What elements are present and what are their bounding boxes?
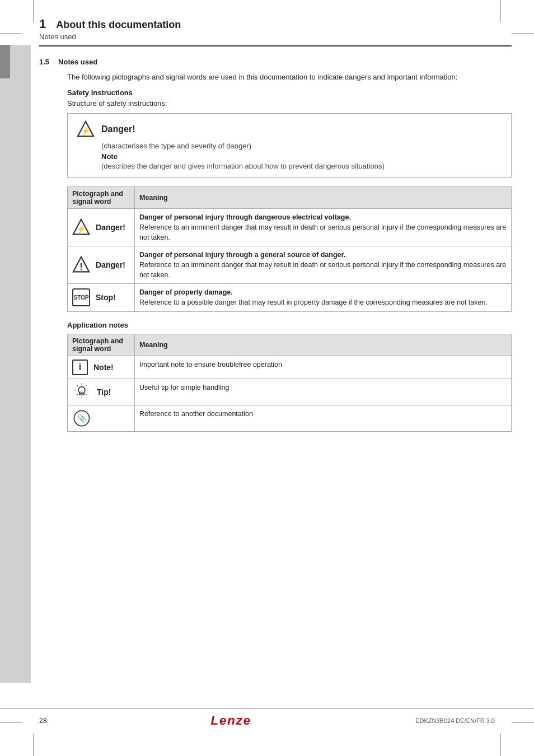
danger-box-note-desc: (describes the danger and gives informat… xyxy=(101,162,502,170)
chapter-header-block: 1 About this documentation Notes used xyxy=(39,17,181,41)
meaning-cell: Danger of personal injury through a gene… xyxy=(135,246,512,283)
ref-icon: 📎 xyxy=(72,409,91,428)
danger-label-text: Danger! xyxy=(96,223,125,232)
meaning-bold: Danger of personal injury through danger… xyxy=(139,213,351,221)
corner-mark-br-v xyxy=(500,734,500,756)
svg-line-15 xyxy=(77,394,78,394)
safety-table: Pictograph and signal word Meaning ⚡ Dan… xyxy=(67,186,512,312)
meaning-bold: Danger of personal injury through a gene… xyxy=(139,251,345,259)
tip-label-text: Tip! xyxy=(97,388,111,396)
table-row: STOP Stop! Danger of property damage.Ref… xyxy=(68,284,512,311)
table-row: ⚡ Danger! Danger of personal injury thro… xyxy=(68,208,512,246)
section-number: 1.5 xyxy=(39,58,49,66)
triangle-electric-icon: ⚡ xyxy=(72,218,90,236)
table-row: 📎 Reference to another documentation xyxy=(68,405,512,431)
danger-box-desc: (characterises the type and severity of … xyxy=(101,142,502,150)
svg-line-13 xyxy=(86,394,86,394)
app-meaning-text: Important note to ensure troublefree ope… xyxy=(139,361,282,368)
app-icon-cell: Tip! xyxy=(68,379,135,405)
chapter-title: About this documentation xyxy=(56,19,181,31)
table-row: i Note! Important note to ensure trouble… xyxy=(68,356,512,379)
danger-box-note-label: Note xyxy=(101,152,502,161)
table-row: ! Danger! Danger of personal injury thro… xyxy=(68,246,512,283)
app-meaning-cell: Important note to ensure troublefree ope… xyxy=(135,356,512,379)
app-notes-col1: Pictograph and signal word xyxy=(68,334,135,356)
svg-text:⚡: ⚡ xyxy=(76,224,86,234)
app-notes-table: Pictograph and signal word Meaning i Not… xyxy=(67,334,512,432)
app-meaning-cell: Reference to another documentation xyxy=(135,405,512,431)
svg-line-14 xyxy=(86,385,86,386)
left-sidebar-accent xyxy=(0,45,10,78)
corner-mark-tl-h xyxy=(0,34,22,34)
corner-mark-tl-v xyxy=(34,0,34,22)
danger-box-row1: ⚡ Danger! xyxy=(77,120,502,138)
meaning-bold: Danger of property damage. xyxy=(139,288,233,296)
section-header: 1.5 Notes used xyxy=(39,58,512,66)
meaning-cell: Danger of personal injury through danger… xyxy=(135,208,512,246)
svg-point-6 xyxy=(78,386,85,393)
corner-mark-bl-v xyxy=(34,734,34,756)
corner-mark-tr-h xyxy=(512,34,534,34)
danger-box-label: Danger! xyxy=(101,124,135,134)
svg-rect-7 xyxy=(79,393,85,394)
stop-label-text: Stop! xyxy=(96,293,116,302)
footer-page: 28 xyxy=(39,717,46,725)
tip-icon xyxy=(72,382,91,402)
chapter-header: 1 About this documentation Notes used xyxy=(39,17,512,46)
safety-table-col1: Pictograph and signal word xyxy=(68,186,135,208)
left-sidebar xyxy=(0,45,31,683)
footer-doc: EDKZN3B024 DE/EN/FR 3.0 xyxy=(415,717,495,724)
danger-example-box: ⚡ Danger! (characterises the type and se… xyxy=(67,113,512,178)
intro-text: The following pictographs and signal wor… xyxy=(67,72,512,83)
note-label-text: Note! xyxy=(93,363,114,372)
section-content: The following pictographs and signal wor… xyxy=(39,72,512,432)
safety-table-col2: Meaning xyxy=(135,186,512,208)
icon-cell: ⚡ Danger! xyxy=(68,208,135,246)
svg-text:!: ! xyxy=(79,262,82,272)
app-notes-col2: Meaning xyxy=(135,334,512,356)
footer-logo: Lenze xyxy=(211,713,251,728)
corner-mark-tr-v xyxy=(500,0,500,22)
danger-general-label-text: Danger! xyxy=(96,260,125,269)
table-row: Tip! Useful tip for simple handling xyxy=(68,379,512,405)
icon-cell: STOP Stop! xyxy=(68,284,135,311)
danger-triangle-electric-icon: ⚡ xyxy=(77,120,95,138)
app-meaning-text: Useful tip for simple handling xyxy=(139,384,229,391)
app-notes-title: Application notes xyxy=(67,321,512,329)
app-meaning-cell: Useful tip for simple handling xyxy=(135,379,512,405)
main-content: 1 About this documentation Notes used 1.… xyxy=(39,17,512,463)
app-icon-cell: 📎 xyxy=(68,405,135,431)
app-meaning-text: Reference to another documentation xyxy=(139,410,253,418)
chapter-number: 1 xyxy=(39,17,46,31)
safety-instructions-subtitle: Structure of safety instructions: xyxy=(67,99,512,108)
icon-cell: ! Danger! xyxy=(68,246,135,283)
meaning-cell: Danger of property damage.Reference to a… xyxy=(135,284,512,311)
safety-instructions-title: Safety instructions xyxy=(67,88,512,97)
chapter-subtitle: Notes used xyxy=(39,32,181,41)
svg-line-12 xyxy=(77,385,78,386)
triangle-general-icon: ! xyxy=(72,256,90,274)
stop-icon: STOP xyxy=(72,288,90,306)
section-title: Notes used xyxy=(58,58,97,66)
svg-text:📎: 📎 xyxy=(77,414,87,423)
app-icon-cell: i Note! xyxy=(68,356,135,379)
footer: 28 Lenze EDKZN3B024 DE/EN/FR 3.0 xyxy=(0,708,534,728)
svg-text:⚡: ⚡ xyxy=(81,126,91,136)
note-icon: i xyxy=(72,360,88,375)
